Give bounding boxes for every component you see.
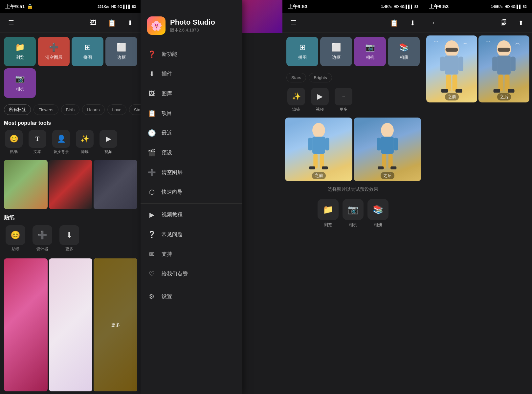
menu-item-plugins[interactable]: ⬇ 插件 (141, 64, 242, 84)
hamburger-btn-3[interactable]: ☰ (288, 17, 299, 29)
replace-bg-label: 替换背景 (53, 149, 69, 155)
menu-item-projects[interactable]: 📋 项目 (141, 103, 242, 123)
source-browse[interactable]: 📁 浏览 (318, 199, 339, 228)
gallery-icon: 🖼 (147, 89, 156, 98)
p3-more-label: 更多 (340, 107, 347, 112)
hamburger-menu-button[interactable]: ☰ (5, 17, 17, 29)
popular-tool-filter[interactable]: ✨ 滤镜 (75, 130, 95, 155)
tool-card-clear-layers[interactable]: ➕ 清空图层 (38, 37, 70, 66)
back-button[interactable]: ← (429, 17, 441, 29)
p3-tool-collage[interactable]: ⊞ 拼图 (286, 37, 318, 66)
svg-point-0 (312, 123, 325, 138)
tool-card-browse[interactable]: 📁 浏览 (4, 37, 36, 66)
menu-item-recent[interactable]: 🕐 最近 (141, 123, 242, 143)
p3-tool-border[interactable]: ⬜ 边框 (320, 37, 352, 66)
p3-tools-row: ✨ 滤镜 ▶ 视频 ··· 更多 (282, 85, 424, 115)
source-album[interactable]: 📚 相册 (367, 199, 388, 228)
quick-wizard-label: 快速向导 (162, 189, 236, 196)
menu-item-faq[interactable]: ❔ 常见问题 (141, 225, 242, 244)
menu-item-presets[interactable]: 🎬 预设 (141, 143, 242, 163)
popular-tool-bg[interactable]: 👤 替换背景 (51, 130, 71, 155)
browse-icon: 📁 (15, 43, 25, 52)
p3-collage-label: 拼图 (298, 55, 307, 60)
source-browse-label: 浏览 (324, 222, 332, 228)
sticker-tool-designer[interactable]: ➕ 设计器 (31, 225, 54, 252)
copy-btn-4[interactable]: 🗐 (498, 17, 510, 29)
overlay-header: 🌸 Photo Studio 版本2.6.4.1873 (141, 0, 242, 41)
menu-item-clear-layers[interactable]: ➕ 清空图层 (141, 163, 242, 182)
p3-tags-row: Stars Brights (282, 70, 424, 85)
p3-tool-filter[interactable]: ✨ 滤镜 (286, 88, 306, 112)
popular-tool-video[interactable]: ▶ 视频 (99, 130, 118, 155)
sticker-box-icon: 😊 (6, 225, 25, 245)
tool-card-camera[interactable]: 📷 相机 (4, 68, 36, 98)
menu-item-gallery[interactable]: 🖼 图库 (141, 84, 242, 103)
photo-thumb-1[interactable] (4, 160, 48, 209)
tag-all[interactable]: 所有标签 (4, 104, 31, 115)
video-tutorial-label: 视频教程 (162, 211, 236, 218)
p3-tag-brights[interactable]: Brights (309, 73, 332, 82)
photo-thumb-3[interactable] (94, 160, 137, 209)
menu-item-settings[interactable]: ⚙ 设置 (141, 287, 242, 306)
filter-icon: ✨ (76, 130, 94, 148)
image-icon-button[interactable]: 🖼 (87, 17, 99, 29)
p3-tool-album[interactable]: 📚 相册 (388, 37, 420, 66)
bottom-thumb-3[interactable]: 更多 (94, 258, 137, 391)
menu-item-like[interactable]: ♡ 给我们点赞 (141, 264, 242, 284)
signal-1: HD 4G ▌▌▌ 83 (111, 5, 136, 9)
camera-label: 相机 (16, 86, 24, 92)
child-figure-before-4 (426, 35, 477, 102)
p3-tool-video[interactable]: ▶ 视频 (310, 88, 330, 112)
svg-rect-9 (381, 137, 394, 154)
comp-before-4[interactable]: 之前 (426, 35, 477, 102)
top-icons-3: 📋 ⬇ (388, 17, 418, 29)
comp-after-3[interactable]: 之后 (354, 118, 421, 181)
source-camera[interactable]: 📷 相机 (343, 199, 364, 228)
layers-icon-button[interactable]: 📋 (106, 17, 118, 29)
comp-after-4[interactable]: 之后 (478, 35, 529, 102)
more-overlay[interactable]: 更多 (94, 258, 137, 391)
top-bar-icons: 🖼 📋 ⬇ (87, 17, 136, 29)
menu-divider-bottom (141, 285, 242, 285)
menu-item-new-features[interactable]: ❓ 新功能 (141, 44, 242, 64)
designer-icon: ➕ (33, 225, 52, 245)
text-label: 文本 (33, 149, 41, 155)
p3-tag-stars[interactable]: Stars (286, 73, 306, 82)
svg-rect-22 (446, 75, 451, 91)
bottom-thumb-1[interactable] (4, 258, 48, 391)
menu-item-quick-wizard[interactable]: ⬡ 快速向导 (141, 182, 242, 202)
popular-tool-sticker[interactable]: 😊 贴纸 (4, 130, 24, 155)
photo-thumb-2[interactable] (49, 160, 93, 209)
new-features-label: 新功能 (162, 51, 236, 58)
download-btn-3[interactable]: ⬇ (407, 17, 418, 29)
layers-btn-3[interactable]: 📋 (388, 17, 400, 29)
tag-stars[interactable]: Stars (129, 104, 141, 115)
tag-hearts[interactable]: Hearts (82, 104, 104, 115)
sticker-tool-sticker[interactable]: 😊 贴纸 (4, 225, 27, 252)
after-label-3: 之后 (381, 172, 394, 179)
quick-wizard-icon: ⬡ (147, 187, 156, 197)
status-bar-4: 上午9:53 140K/s HD 4G ▌▌ 82 (424, 0, 532, 13)
menu-item-support[interactable]: ✉ 支持 (141, 244, 242, 264)
tag-birth[interactable]: Birth (61, 104, 80, 115)
tool-card-collage[interactable]: ⊞ 拼图 (72, 37, 103, 66)
tag-flowers[interactable]: Flowers (33, 104, 58, 115)
svg-rect-34 (508, 89, 514, 93)
network-speed-3: 1.4K/s (381, 5, 391, 9)
share-btn-4[interactable]: ⬆ (515, 17, 527, 29)
bottom-thumb-2[interactable] (49, 258, 93, 391)
download-icon-button[interactable]: ⬇ (124, 17, 136, 29)
tool-card-border[interactable]: ⬜ 边框 (105, 37, 137, 66)
tag-love[interactable]: Love (107, 104, 126, 115)
comp-before-3[interactable]: 之前 (285, 118, 352, 181)
p3-tool-more[interactable]: ··· 更多 (334, 88, 353, 112)
menu-item-video-tutorial[interactable]: ▶ 视频教程 (141, 205, 242, 225)
popular-tool-text[interactable]: T 文本 (28, 130, 47, 155)
svg-rect-2 (308, 138, 312, 150)
border-label: 边框 (117, 55, 126, 60)
sticker-tool-more[interactable]: ⬇ 更多 (58, 225, 81, 252)
svg-rect-6 (309, 166, 315, 169)
section-popular-title: Most popular tools (0, 118, 141, 127)
p3-tool-camera[interactable]: 📷 相机 (354, 37, 386, 66)
status-bar-3: 上午9:53 1.4K/s HD 4G ▌▌▌ 83 (282, 0, 424, 13)
